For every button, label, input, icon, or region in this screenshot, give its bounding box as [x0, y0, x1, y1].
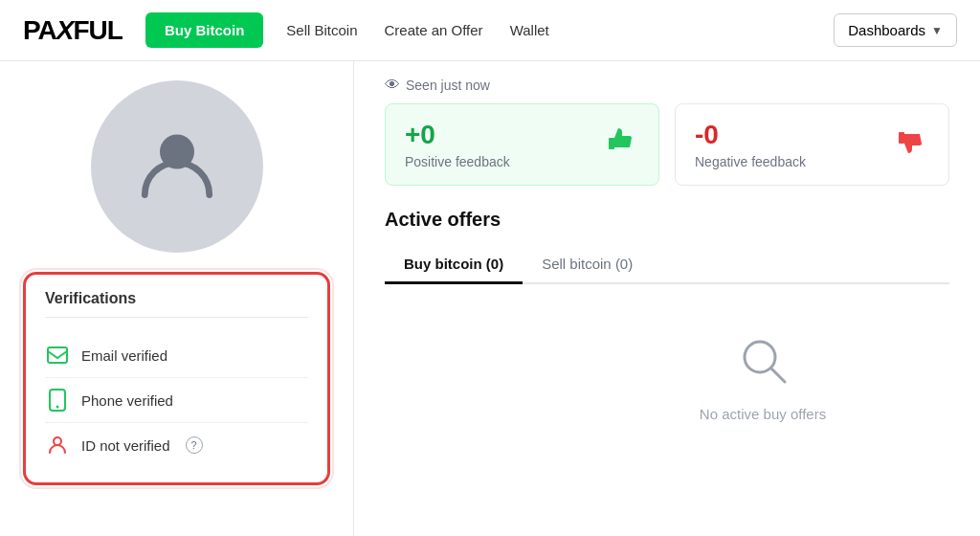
thumbs-up-icon — [605, 123, 639, 166]
id-help-icon[interactable]: ? — [186, 436, 203, 454]
id-not-verified-icon — [45, 433, 70, 458]
empty-state: No active buy offers — [576, 315, 949, 441]
negative-feedback-box: -0 Negative feedback — [675, 103, 949, 186]
id-verification-item: ID not verified ? — [45, 423, 308, 467]
negative-feedback-label: Negative feedback — [695, 154, 806, 169]
empty-state-text: No active buy offers — [700, 406, 826, 422]
positive-feedback-content: +0 Positive feedback — [405, 120, 510, 169]
dashboards-label: Dashboards — [848, 22, 925, 38]
dashboards-button[interactable]: Dashboards ▼ — [834, 13, 957, 47]
main-content: Verifications Email verified — [0, 61, 980, 536]
user-avatar-icon — [134, 122, 220, 212]
id-not-verified-label: ID not verified — [81, 437, 170, 454]
buy-bitcoin-button[interactable]: Buy Bitcoin — [145, 12, 263, 48]
seen-label: Seen just now — [406, 78, 490, 93]
sell-bitcoin-link[interactable]: Sell Bitcoin — [286, 22, 357, 38]
main-nav: Sell Bitcoin Create an Offer Wallet Dash… — [286, 13, 957, 47]
seen-bar: 👁 Seen just now — [385, 61, 949, 103]
phone-verification-item: Phone verified — [45, 378, 308, 423]
left-panel: Verifications Email verified — [0, 61, 354, 536]
svg-point-3 — [56, 406, 59, 409]
phone-verified-icon — [45, 388, 70, 413]
tab-buy-bitcoin[interactable]: Buy bitcoin (0) — [385, 246, 523, 284]
header: PAXFUL Buy Bitcoin Sell Bitcoin Create a… — [0, 0, 980, 61]
negative-feedback-content: -0 Negative feedback — [695, 120, 806, 169]
email-verified-label: Email verified — [81, 347, 167, 364]
tab-sell-bitcoin[interactable]: Sell bitcoin (0) — [523, 246, 652, 284]
no-offers-icon — [737, 334, 789, 396]
chevron-down-icon: ▼ — [931, 24, 943, 37]
positive-feedback-number: +0 — [405, 120, 510, 150]
svg-line-8 — [771, 368, 785, 382]
create-offer-link[interactable]: Create an Offer — [385, 22, 483, 38]
wallet-link[interactable]: Wallet — [510, 22, 549, 38]
verifications-title: Verifications — [45, 290, 308, 318]
svg-rect-1 — [48, 347, 67, 363]
negative-feedback-number: -0 — [695, 120, 806, 150]
eye-icon: 👁 — [385, 77, 400, 94]
active-offers-title: Active offers — [385, 209, 949, 231]
email-verified-icon — [45, 343, 70, 368]
right-panel: 👁 Seen just now +0 Positive feedback — [354, 61, 980, 536]
tabs-row: Buy bitcoin (0) Sell bitcoin (0) — [385, 246, 949, 284]
verifications-box: Verifications Email verified — [23, 272, 330, 485]
email-verification-item: Email verified — [45, 333, 308, 378]
svg-rect-5 — [609, 138, 614, 149]
feedback-row: +0 Positive feedback -0 Negative feedbac… — [385, 103, 949, 186]
phone-verified-label: Phone verified — [81, 392, 173, 409]
positive-feedback-box: +0 Positive feedback — [385, 103, 659, 186]
thumbs-down-icon — [895, 123, 929, 166]
positive-feedback-label: Positive feedback — [405, 154, 510, 169]
verifications-section: Verifications Email verified — [23, 272, 330, 485]
svg-rect-6 — [899, 132, 904, 144]
svg-point-4 — [54, 437, 61, 445]
logo: PAXFUL — [23, 15, 122, 46]
avatar — [91, 80, 263, 253]
